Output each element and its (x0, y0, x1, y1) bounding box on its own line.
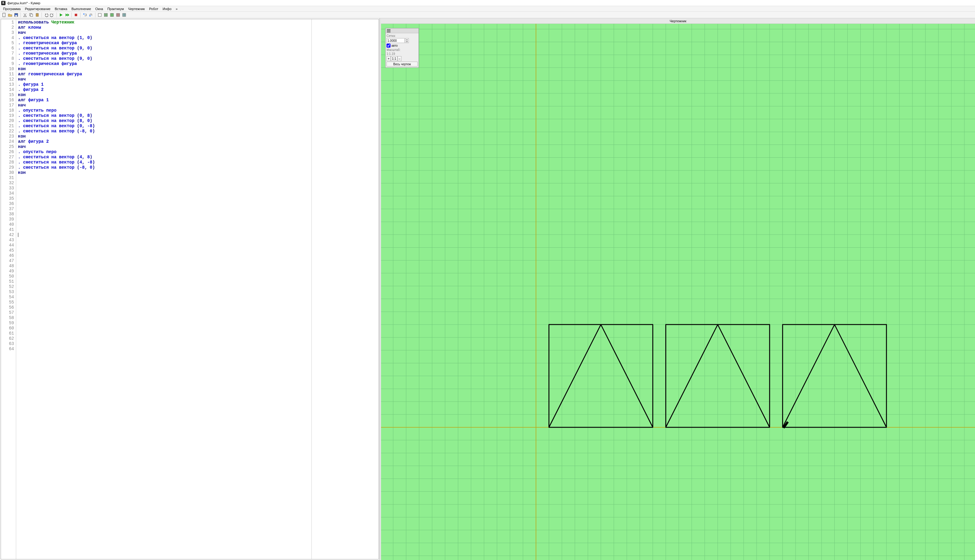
svg-point-4 (26, 16, 27, 17)
svg-rect-0 (3, 13, 5, 17)
menu-insert[interactable]: Вставка (53, 7, 69, 11)
grid-label: Сетка: (387, 34, 418, 38)
toolbar-sep (42, 13, 42, 17)
toolbar-sep (20, 13, 21, 17)
grid-spinner[interactable]: ▲▼ (387, 38, 418, 43)
line-number-gutter: 1234567891011121314151617181920212223242… (1, 19, 16, 559)
svg-rect-7 (36, 13, 38, 17)
toolbar-sep (95, 13, 95, 17)
svg-rect-12 (98, 13, 101, 17)
one-to-one-button[interactable]: 1:1 (391, 56, 398, 61)
menu-drawer[interactable]: Чертежник (126, 7, 147, 11)
code-area[interactable]: использовать Чертежникалг клонынач. смес… (16, 19, 312, 559)
run-button[interactable] (58, 12, 64, 18)
menu-info[interactable]: Инфо (161, 7, 173, 11)
zoom-in-button[interactable]: + (387, 56, 391, 61)
zoom-out-button[interactable]: – (398, 56, 402, 61)
hamburger-icon (387, 29, 390, 32)
svg-rect-14 (106, 13, 107, 17)
drawer-control-panel: Сетка: ▲▼ авто Масштаб: 1:1.19 + (385, 28, 419, 68)
step-into-button[interactable] (82, 12, 88, 18)
layout-grid-b-button[interactable] (115, 12, 121, 18)
layout-grid-c-button[interactable] (122, 12, 127, 18)
menu-edit[interactable]: Редактирование (23, 7, 52, 11)
drawer-canvas-area[interactable]: Сетка: ▲▼ авто Масштаб: 1:1.19 + (381, 24, 975, 560)
svg-rect-8 (37, 13, 38, 14)
open-button[interactable] (7, 12, 13, 18)
menu-robot[interactable]: Робот (147, 7, 160, 11)
toolbar (0, 12, 975, 18)
copy-button[interactable] (28, 12, 34, 18)
scale-label: Масштаб: (387, 48, 418, 52)
auto-checkbox-row[interactable]: авто (387, 43, 418, 48)
layout-single-button[interactable] (97, 12, 103, 18)
svg-rect-11 (89, 15, 91, 17)
menubar: Программа Редактирование Вставка Выполне… (0, 6, 975, 12)
content-area: 1234567891011121314151617181920212223242… (0, 18, 975, 560)
auto-checkbox[interactable] (387, 43, 390, 48)
main-window: К фигуры.kum* - Кумир Программа Редактир… (0, 0, 975, 560)
panel-header[interactable] (386, 28, 418, 33)
step-over-button[interactable] (88, 12, 94, 18)
svg-rect-2 (15, 15, 17, 17)
svg-rect-13 (104, 13, 105, 17)
editor-side-panel (312, 19, 378, 559)
save-button[interactable] (13, 12, 19, 18)
stop-button[interactable] (73, 12, 79, 18)
new-file-button[interactable] (1, 12, 7, 18)
menu-more[interactable]: » (174, 7, 179, 11)
cut-button[interactable] (22, 12, 28, 18)
svg-point-3 (24, 16, 25, 17)
layout-grid-a-button[interactable] (109, 12, 115, 18)
svg-rect-6 (30, 14, 33, 17)
titlebar: К фигуры.kum* - Кумир (0, 0, 975, 6)
full-drawing-button[interactable]: Весь чертеж (387, 62, 418, 67)
grid-value-input[interactable] (387, 38, 405, 43)
menu-program[interactable]: Программа (1, 7, 23, 11)
window-title: фигуры.kum* - Кумир (7, 1, 40, 5)
menu-practicum[interactable]: Практикум (105, 7, 126, 11)
svg-rect-9 (75, 14, 77, 16)
drawer-pane: Чертежник Сетка: ▲▼ (381, 18, 975, 560)
menu-run[interactable]: Выполнение (70, 7, 93, 11)
app-icon: К (1, 1, 5, 5)
auto-label: авто (392, 44, 398, 47)
code-editor[interactable]: 1234567891011121314151617181920212223242… (1, 19, 379, 559)
layout-split-button[interactable] (103, 12, 108, 18)
run-step-button[interactable] (64, 12, 70, 18)
svg-rect-10 (83, 13, 85, 15)
toolbar-sep (57, 13, 57, 17)
undo-button[interactable] (43, 12, 49, 18)
menu-windows[interactable]: Окна (93, 7, 105, 11)
drawer-canvas[interactable] (381, 24, 975, 560)
paste-button[interactable] (35, 12, 40, 18)
drawer-title: Чертежник (381, 18, 975, 24)
scale-value: 1:1.19 (387, 52, 418, 55)
grid-spinner-buttons[interactable]: ▲▼ (405, 38, 409, 43)
editor-pane: 1234567891011121314151617181920212223242… (0, 18, 380, 560)
redo-button[interactable] (49, 12, 55, 18)
